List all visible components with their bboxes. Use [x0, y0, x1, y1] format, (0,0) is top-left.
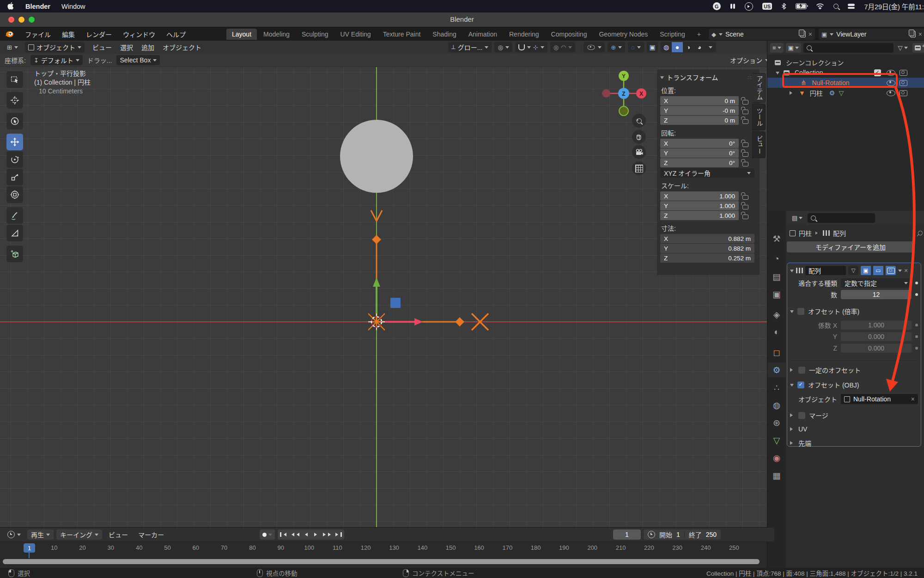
properties-tab-scene-icon[interactable]: ◈ [767, 307, 786, 322]
pin-icon[interactable] [917, 230, 924, 236]
lock-icon[interactable] [742, 100, 748, 105]
timeline-editor-type-button[interactable] [4, 529, 24, 540]
menubar-window-menu[interactable]: Window [61, 3, 85, 10]
collection-checkbox[interactable] [874, 69, 881, 76]
cylinder-object[interactable] [340, 120, 413, 193]
select-circle-tool[interactable] [6, 113, 23, 129]
animate-dot[interactable] [915, 335, 918, 338]
auto-keying-controls[interactable] [260, 529, 275, 540]
snap-target-icon[interactable]: ⊹ [533, 44, 538, 51]
coord-system-selector[interactable]: ↧デフォルト [30, 55, 83, 65]
disclosure-closed-icon[interactable] [790, 91, 794, 95]
merge-label[interactable]: マージ [809, 411, 828, 420]
viewlayer-name[interactable]: ViewLayer [836, 31, 907, 38]
camera-view-button[interactable] [632, 145, 646, 159]
shading-dropdown[interactable] [705, 42, 716, 52]
lock-icon[interactable] [742, 110, 748, 114]
viewport-menu--[interactable]: 追加 [137, 41, 158, 53]
use-preview-range-icon[interactable] [648, 531, 655, 538]
show-visibility-dropdown[interactable] [584, 42, 605, 52]
record-icon[interactable] [262, 533, 267, 537]
navigation-gizmo[interactable]: Y X Z [598, 69, 650, 121]
outliner-row-null-rotation[interactable]: ⋔ Null-Rotation [767, 78, 924, 88]
shading-solid-button[interactable]: ● [672, 42, 683, 52]
workspace-tab-uv-editing[interactable]: UV Editing [334, 29, 376, 40]
outliner-filter-type-button[interactable]: ▣ [786, 43, 801, 53]
add-modifier-button[interactable]: モディファイアーを追加 [787, 241, 914, 252]
magnet-icon[interactable] [518, 44, 525, 50]
panel-drag-dots-icon[interactable]: ∷ [910, 268, 913, 274]
workspace-tab-modeling[interactable]: Modeling [258, 29, 295, 40]
count-field[interactable]: 12 [841, 290, 912, 299]
apple-logo-icon[interactable] [7, 2, 14, 10]
collapse-chevron-icon[interactable] [660, 76, 664, 81]
hide-eye-icon[interactable] [887, 90, 895, 96]
outliner-filter-button[interactable]: ▽ [896, 43, 910, 53]
location-x-field[interactable]: X0 m [660, 96, 739, 105]
breadcrumb-object[interactable]: 円柱 [799, 228, 812, 238]
keying-menu[interactable]: キーイング [56, 529, 102, 540]
workspace-tab-geometry-nodes[interactable]: Geometry Nodes [593, 29, 653, 40]
topbar-menu--[interactable]: ヘルプ [162, 28, 190, 40]
scene-name[interactable]: Scene [725, 31, 797, 38]
annotate-tool[interactable] [6, 207, 23, 224]
lock-icon[interactable] [742, 215, 748, 219]
subpanel-open-icon[interactable] [790, 384, 794, 388]
constant-offset-label[interactable]: 一定のオフセット [809, 365, 861, 375]
control-center-icon[interactable] [848, 4, 855, 9]
modifier-extras-chevron[interactable] [898, 270, 902, 274]
select-box-tool[interactable] [6, 71, 23, 88]
uv-label[interactable]: UV [798, 425, 807, 433]
workspace-tab--[interactable]: + [692, 29, 706, 40]
workspace-tab-scripting[interactable]: Scripting [654, 29, 690, 40]
modifier-name-field[interactable]: 配列 [805, 266, 846, 275]
scale-z-field[interactable]: Z1.000 [660, 211, 739, 220]
caps-label[interactable]: 先端 [798, 438, 811, 448]
timeline-view-menu[interactable]: ビュー [105, 530, 132, 539]
properties-tab-render-icon[interactable]: ◔ [767, 252, 786, 266]
outliner-row-collection[interactable]: Collection [767, 68, 924, 78]
outliner-row-scene-collection[interactable]: シーンコレクション [767, 57, 924, 68]
timeline-scrollbar[interactable] [3, 559, 760, 564]
viewlayer-selector[interactable]: ▣ ViewLayer × [819, 29, 924, 40]
g-status-icon[interactable]: G [713, 2, 721, 10]
playhead-line[interactable] [29, 553, 30, 558]
hide-eye-icon[interactable] [887, 80, 895, 86]
dimension-z-field[interactable]: Z0.252 m [660, 253, 754, 263]
properties-tab-constraints-icon[interactable]: ⊛ [767, 415, 786, 430]
fit-type-dropdown[interactable]: 定数で指定 [841, 278, 912, 288]
object-offset-label[interactable]: オフセット (OBJ) [808, 380, 859, 389]
new-viewlayer-button[interactable] [910, 31, 916, 37]
render-camera-icon[interactable] [900, 80, 907, 86]
scale-y-field[interactable]: Y1.000 [660, 201, 739, 210]
delete-modifier-button[interactable]: × [904, 267, 908, 274]
viewport-menu--[interactable]: ビュー [88, 41, 116, 53]
animate-dot[interactable] [915, 324, 918, 326]
toggle-perspective-button[interactable] [632, 161, 646, 175]
airpods-icon[interactable] [730, 4, 736, 9]
location-z-field[interactable]: Z0 m [660, 116, 739, 125]
menubar-app-name[interactable]: Blender [25, 3, 50, 10]
editor-type-button[interactable]: ⊞ [4, 42, 21, 52]
topbar-menu--[interactable]: ファイル [20, 28, 55, 40]
sidebar-tab-item[interactable]: アイテム [752, 73, 766, 103]
subpanel-closed-icon[interactable] [790, 413, 795, 417]
pan-view-button[interactable] [632, 130, 646, 144]
disclosure-open-icon[interactable] [776, 72, 779, 76]
factor-z-field[interactable]: 0.000 [841, 344, 912, 353]
on-cage-toggle[interactable]: ▽ [848, 266, 858, 275]
new-scene-button[interactable] [800, 31, 806, 37]
measure-tool[interactable] [6, 225, 23, 241]
dimension-x-field[interactable]: X0.882 m [660, 234, 754, 243]
start-frame-field[interactable]: 1 [676, 531, 680, 538]
properties-tab-tool-icon[interactable]: ⚒ [767, 231, 786, 246]
rotation-y-field[interactable]: Y0° [660, 148, 739, 158]
lock-icon[interactable] [742, 195, 748, 200]
factor-y-field[interactable]: 0.000 [841, 332, 912, 341]
properties-tab-physics-icon[interactable]: ◍ [767, 398, 786, 412]
panel-collapse-icon[interactable] [790, 270, 794, 274]
new-collection-button[interactable]: + [912, 43, 924, 53]
transform-tool[interactable] [6, 186, 23, 203]
workspace-tab-shading[interactable]: Shading [427, 29, 462, 40]
gizmos-dropdown[interactable]: ⊕ [608, 42, 625, 52]
